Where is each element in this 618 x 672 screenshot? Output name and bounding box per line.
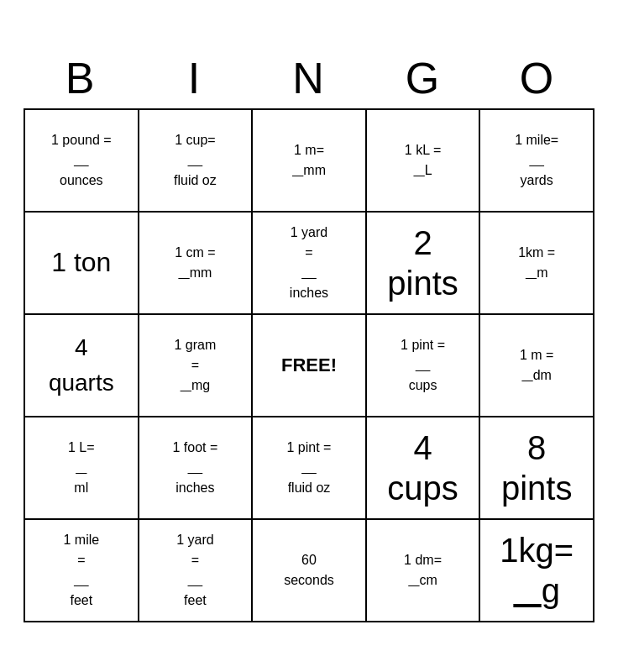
bingo-grid: 1 pound = ounces1 cup= fluid oz1 m= mm1 … (24, 108, 594, 622)
bingo-cell: 1 dm= cm (367, 520, 481, 621)
bingo-cell: 1 gram= mg (139, 315, 254, 416)
bingo-row: 4quarts1 gram= mgFREE!1 pint = cups1 m =… (25, 315, 593, 417)
cell-content: 4quarts (49, 330, 114, 401)
cell-content: 2pints (387, 223, 458, 303)
bingo-row: 1 pound = ounces1 cup= fluid oz1 m= mm1 … (25, 110, 593, 213)
cell-content: 1 mile= yards (515, 130, 558, 191)
bingo-cell: 1 pint = fluid oz (253, 417, 367, 518)
bingo-cell: 8pints (480, 417, 593, 518)
bingo-cell: 1 mile= feet (25, 520, 139, 621)
bingo-header: BINGO (24, 50, 594, 107)
bingo-cell: 1km = m (480, 213, 593, 313)
cell-content: 1 m= mm (292, 140, 326, 181)
bingo-cell: 1 m = dm (480, 315, 593, 416)
header-letter: G (366, 50, 480, 107)
cell-content: 1 pound = ounces (51, 130, 112, 191)
cell-content: 8pints (501, 428, 573, 508)
header-letter: B (24, 50, 138, 107)
bingo-cell: 1 mile= yards (480, 110, 593, 211)
cell-content: 1 kL = L (405, 140, 441, 181)
bingo-cell: 4quarts (25, 315, 139, 416)
bingo-row: 1 mile= feet1 yard= feet60seconds1 dm= c… (25, 520, 593, 621)
cell-content: 1 ton (51, 245, 111, 281)
bingo-cell: 1 yard= feet (139, 520, 254, 621)
cell-content: 1kg= g (500, 530, 573, 611)
header-letter: I (138, 50, 252, 107)
cell-content: 1 cup= fluid oz (174, 130, 217, 191)
cell-content: 1 L= ml (68, 438, 95, 498)
header-letter: O (480, 50, 594, 107)
bingo-cell: 1 L= ml (25, 417, 139, 518)
cell-content: 4cups (387, 428, 458, 508)
cell-content: FREE! (281, 353, 337, 379)
header-letter: N (252, 50, 366, 107)
bingo-cell: 2pints (367, 213, 481, 313)
bingo-row: 1 ton1 cm = mm1 yard= inches2pints1km = … (25, 213, 593, 315)
cell-content: 1 mile= feet (63, 530, 99, 611)
bingo-cell: 1 kL = L (367, 110, 481, 211)
cell-content: 1 pint = cups (401, 335, 445, 396)
cell-content: 1 yard= inches (290, 223, 328, 303)
bingo-cell: 1 foot = inches (139, 417, 254, 518)
bingo-cell: 1 ton (25, 213, 139, 313)
cell-content: 1 pint = fluid oz (287, 438, 332, 498)
cell-content: 1 dm= cm (404, 550, 442, 591)
bingo-card: BINGO 1 pound = ounces1 cup= fluid oz1 m… (15, 41, 603, 631)
bingo-cell: 1 m= mm (253, 110, 367, 211)
bingo-cell: 1kg= g (480, 520, 593, 621)
bingo-row: 1 L= ml1 foot = inches1 pint = fluid oz4… (25, 417, 593, 520)
cell-content: 1 gram= mg (174, 335, 216, 396)
cell-content: 60seconds (284, 550, 334, 591)
bingo-cell: 1 pound = ounces (25, 110, 139, 211)
bingo-cell: 1 cm = mm (139, 213, 254, 313)
bingo-cell: 4cups (367, 417, 481, 518)
bingo-cell: FREE! (253, 315, 367, 416)
bingo-cell: 1 pint = cups (367, 315, 481, 416)
cell-content: 1 yard= feet (176, 530, 213, 611)
bingo-cell: 1 yard= inches (253, 213, 367, 313)
cell-content: 1 cm = mm (175, 243, 215, 283)
bingo-cell: 60seconds (253, 520, 367, 621)
cell-content: 1 m = dm (520, 345, 553, 386)
cell-content: 1km = m (518, 243, 555, 283)
cell-content: 1 foot = inches (172, 438, 217, 498)
bingo-cell: 1 cup= fluid oz (139, 110, 254, 211)
